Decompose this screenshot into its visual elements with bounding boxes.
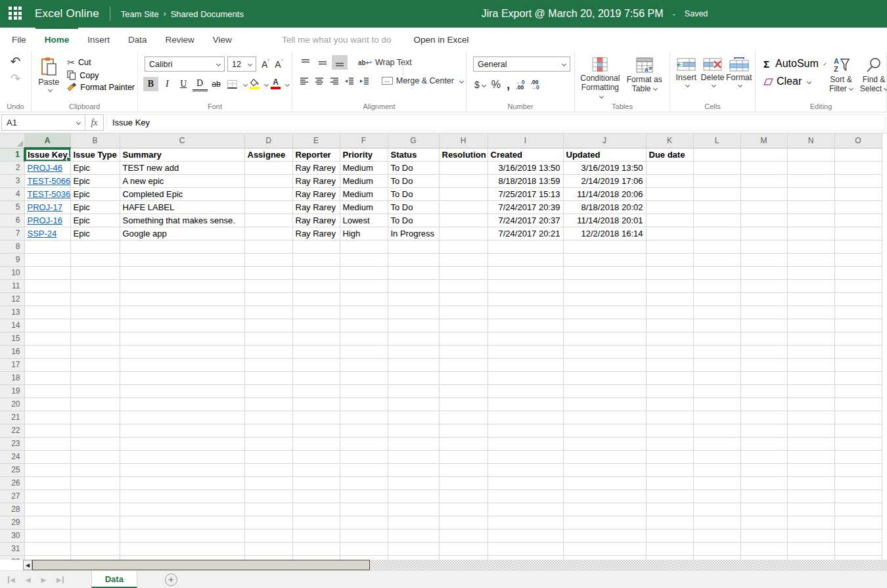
cell-G27[interactable] — [388, 489, 439, 503]
cell-O31[interactable] — [834, 542, 882, 555]
row-header-15[interactable]: 15 — [0, 332, 24, 345]
cell-O28[interactable] — [834, 503, 882, 516]
cell-G32[interactable] — [388, 555, 439, 560]
cell-K19[interactable] — [646, 384, 693, 397]
cell-G23[interactable] — [388, 437, 439, 450]
cell-L17[interactable] — [693, 358, 740, 371]
cell-F28[interactable] — [340, 503, 388, 516]
cell-L2[interactable] — [693, 161, 740, 174]
cell-D21[interactable] — [244, 411, 292, 424]
cell-M4[interactable] — [740, 187, 787, 200]
cell-N18[interactable] — [787, 371, 834, 384]
cell-O25[interactable] — [834, 463, 882, 476]
cell-B15[interactable] — [70, 332, 120, 345]
first-sheet-icon[interactable]: ◀ — [8, 576, 15, 583]
cell-J23[interactable] — [563, 437, 646, 450]
cell-M11[interactable] — [740, 279, 787, 292]
cell-I30[interactable] — [488, 529, 563, 542]
row-header-29[interactable]: 29 — [0, 516, 24, 529]
cell-B21[interactable] — [70, 411, 120, 424]
cell-H5[interactable] — [439, 200, 488, 214]
cell-D15[interactable] — [244, 332, 292, 345]
cell-J18[interactable] — [563, 371, 646, 384]
cell-F14[interactable] — [340, 319, 388, 332]
cell-O3[interactable] — [834, 174, 882, 187]
cell-B7[interactable]: Epic — [70, 227, 120, 240]
delete-cells-button[interactable]: Delete — [700, 55, 726, 101]
cell-H29[interactable] — [439, 516, 488, 529]
cell-O30[interactable] — [834, 529, 882, 542]
cell-G29[interactable] — [388, 516, 439, 529]
cell-O6[interactable] — [834, 214, 882, 227]
cell-H32[interactable] — [439, 555, 488, 560]
cell-M18[interactable] — [740, 371, 787, 384]
row-header-17[interactable]: 17 — [0, 358, 24, 371]
cell-E9[interactable] — [292, 253, 340, 266]
cell-L19[interactable] — [693, 384, 740, 397]
cell-F32[interactable] — [340, 555, 388, 560]
cell-J25[interactable] — [563, 463, 646, 476]
cell-A7[interactable]: SSP-24 — [24, 227, 70, 240]
cell-L27[interactable] — [693, 489, 740, 503]
cell-M31[interactable] — [740, 542, 787, 555]
cell-I32[interactable] — [488, 555, 563, 560]
cell-K1[interactable]: Due date — [646, 148, 693, 161]
cell-F22[interactable] — [340, 424, 388, 437]
cell-A9[interactable] — [24, 253, 70, 266]
cell-N5[interactable] — [787, 200, 834, 214]
cell-N15[interactable] — [787, 332, 834, 345]
cell-D2[interactable] — [244, 161, 292, 174]
cell-H4[interactable] — [439, 187, 488, 200]
cell-J4[interactable]: 11/14/2018 20:06 — [563, 187, 646, 200]
conditional-formatting-button[interactable]: Conditional Formatting — [578, 55, 622, 101]
cell-A30[interactable] — [24, 529, 70, 542]
cell-D17[interactable] — [244, 358, 292, 371]
column-header-B[interactable]: B — [70, 133, 120, 148]
column-header-M[interactable]: M — [740, 133, 787, 148]
cell-C18[interactable] — [120, 371, 244, 384]
cell-N13[interactable] — [787, 305, 834, 319]
cell-F25[interactable] — [340, 463, 388, 476]
cell-H18[interactable] — [439, 371, 488, 384]
cell-D29[interactable] — [244, 516, 292, 529]
cell-J10[interactable] — [563, 266, 646, 279]
cell-A23[interactable] — [24, 437, 70, 450]
cell-B8[interactable] — [70, 240, 120, 253]
cell-B19[interactable] — [70, 384, 120, 397]
cell-N14[interactable] — [787, 319, 834, 332]
cell-L1[interactable] — [693, 148, 740, 161]
cell-G20[interactable] — [388, 397, 439, 411]
cell-O10[interactable] — [834, 266, 882, 279]
cell-O9[interactable] — [834, 253, 882, 266]
cell-H16[interactable] — [439, 345, 488, 358]
cell-M6[interactable] — [740, 214, 787, 227]
cell-G3[interactable]: To Do — [388, 174, 439, 187]
cell-O17[interactable] — [834, 358, 882, 371]
cell-D13[interactable] — [244, 305, 292, 319]
cell-A5[interactable]: PROJ-17 — [24, 200, 70, 214]
cell-J22[interactable] — [563, 424, 646, 437]
cell-F3[interactable]: Medium — [340, 174, 388, 187]
cell-D14[interactable] — [244, 319, 292, 332]
cell-H13[interactable] — [439, 305, 488, 319]
font-size-select[interactable]: 12 — [227, 57, 256, 72]
cell-A29[interactable] — [24, 516, 70, 529]
tab-view[interactable]: View — [204, 28, 241, 51]
cell-I1[interactable]: Created — [488, 148, 563, 161]
cell-G9[interactable] — [388, 253, 439, 266]
cell-I17[interactable] — [488, 358, 563, 371]
cell-O20[interactable] — [834, 397, 882, 411]
issue-key-link[interactable]: SSP-24 — [28, 229, 57, 238]
cell-N19[interactable] — [787, 384, 834, 397]
cell-O22[interactable] — [834, 424, 882, 437]
cell-K24[interactable] — [646, 450, 693, 463]
cell-A15[interactable] — [24, 332, 70, 345]
cell-H11[interactable] — [439, 279, 488, 292]
cell-H14[interactable] — [439, 319, 488, 332]
cell-C1[interactable]: Summary — [120, 148, 244, 161]
cell-N10[interactable] — [787, 266, 834, 279]
cell-I11[interactable] — [488, 279, 563, 292]
cell-I24[interactable] — [488, 450, 563, 463]
cell-B16[interactable] — [70, 345, 120, 358]
cell-M15[interactable] — [740, 332, 787, 345]
